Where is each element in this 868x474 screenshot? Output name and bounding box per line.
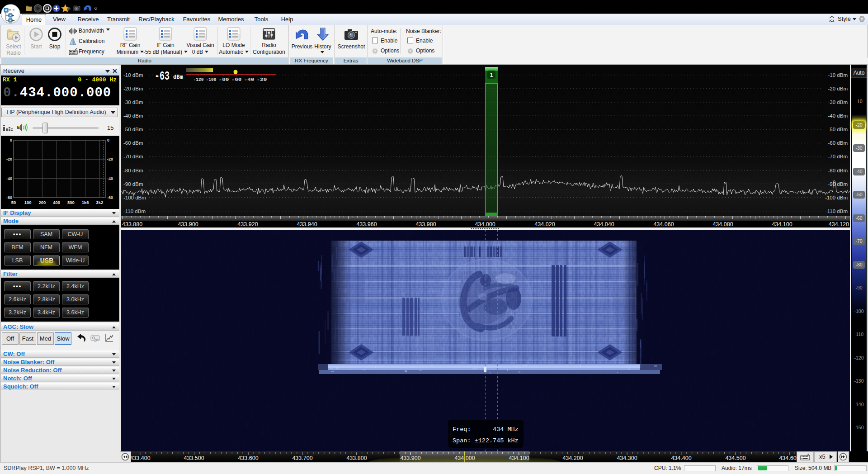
svg-text:434.400: 434.400: [671, 455, 691, 461]
svg-text:-120: -120: [193, 77, 204, 82]
svg-text:433.700: 433.700: [292, 455, 312, 461]
svg-text:-60: -60: [231, 77, 242, 82]
svg-text:1: 1: [490, 72, 493, 78]
svg-text:-40 dBm: -40 dBm: [828, 113, 848, 118]
svg-text:-40: -40: [107, 176, 113, 181]
svg-text:433.920: 433.920: [237, 221, 258, 228]
svg-text:-110 dBm: -110 dBm: [123, 209, 146, 214]
svg-text:-60: -60: [6, 195, 12, 200]
svg-text:3k2: 3k2: [96, 200, 103, 205]
svg-text:434.100: 434.100: [509, 455, 529, 461]
svg-text:434.100: 434.100: [772, 221, 792, 228]
svg-text:-70 dBm: -70 dBm: [828, 154, 848, 159]
svg-text:-80 dBm: -80 dBm: [123, 168, 143, 173]
svg-text:434.500: 434.500: [725, 455, 745, 461]
svg-text:433.900: 433.900: [400, 455, 420, 461]
svg-text:200: 200: [38, 200, 46, 205]
svg-text:433.500: 433.500: [184, 455, 204, 461]
svg-text:-60 dBm: -60 dBm: [828, 140, 848, 146]
svg-text:-10 dBm: -10 dBm: [123, 72, 143, 78]
svg-text:434.060: 434.060: [653, 221, 674, 228]
svg-text:50: 50: [11, 200, 16, 205]
svg-text:433.400: 433.400: [130, 455, 150, 461]
svg-text:-70 dBm: -70 dBm: [123, 154, 143, 159]
svg-text:433.960: 433.960: [356, 221, 377, 228]
svg-text:-40: -40: [6, 176, 12, 181]
svg-text:dBm: dBm: [173, 74, 183, 81]
svg-text:-20 dBm: -20 dBm: [123, 86, 143, 91]
svg-text:-90 dBm: -90 dBm: [828, 181, 848, 187]
svg-text:1k6: 1k6: [82, 200, 89, 205]
svg-text:434.200: 434.200: [562, 455, 583, 461]
svg-text:Span: ±122.745 kHz: Span: ±122.745 kHz: [453, 437, 519, 444]
svg-text:433.900: 433.900: [178, 221, 198, 228]
svg-text:100: 100: [24, 200, 32, 205]
svg-text:-50 dBm: -50 dBm: [123, 127, 143, 132]
svg-text:433.880: 433.880: [122, 221, 142, 228]
svg-text:0: 0: [107, 138, 109, 142]
svg-text:-100 dBm: -100 dBm: [123, 195, 146, 200]
svg-text:433.800: 433.800: [346, 455, 367, 461]
svg-text:-50 dBm: -50 dBm: [828, 127, 848, 132]
svg-text:433.600: 433.600: [238, 455, 258, 461]
svg-text:434.080: 434.080: [712, 221, 733, 228]
svg-text:434.300: 434.300: [617, 455, 637, 461]
svg-text:434.040: 434.040: [594, 221, 614, 228]
svg-text:-110 dBm: -110 dBm: [826, 209, 848, 214]
svg-text:-90 dBm: -90 dBm: [123, 181, 143, 187]
svg-text:-100 dBm: -100 dBm: [825, 195, 848, 200]
svg-text:434.120: 434.120: [829, 221, 849, 228]
svg-text:-100: -100: [206, 77, 217, 82]
svg-text:-80: -80: [219, 77, 229, 82]
svg-text:-20 dBm: -20 dBm: [828, 86, 848, 91]
svg-text:-30 dBm: -30 dBm: [828, 100, 848, 105]
svg-text:800: 800: [67, 200, 75, 205]
svg-text:Freq: 434 MHz: Freq: 434 MHz: [453, 426, 519, 433]
svg-text:433.940: 433.940: [297, 221, 317, 228]
svg-text:-63: -63: [155, 70, 170, 83]
svg-text:433.980: 433.980: [415, 221, 436, 228]
svg-text:-60 dBm: -60 dBm: [123, 140, 143, 146]
svg-text:-80 dBm: -80 dBm: [828, 168, 848, 173]
svg-text:-40: -40: [244, 77, 255, 82]
svg-text:434.000: 434.000: [475, 221, 495, 228]
svg-text:-20: -20: [6, 157, 12, 161]
svg-text:400: 400: [53, 200, 60, 205]
svg-text:-40 dBm: -40 dBm: [123, 113, 143, 118]
svg-text:434.020: 434.020: [534, 221, 555, 228]
svg-text:-20: -20: [107, 157, 113, 161]
svg-text:-60: -60: [107, 195, 113, 200]
svg-text:-30 dBm: -30 dBm: [123, 100, 143, 105]
svg-text:0: 0: [10, 138, 12, 142]
svg-text:-10 dBm: -10 dBm: [828, 72, 848, 78]
svg-text:-20: -20: [257, 77, 267, 82]
